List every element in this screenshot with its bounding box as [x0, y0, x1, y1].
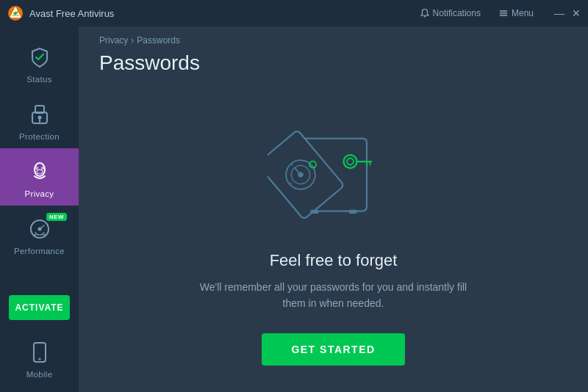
- svg-point-12: [37, 170, 43, 174]
- avast-logo-icon: [7, 5, 24, 21]
- svg-point-10: [35, 167, 38, 170]
- sidebar-item-performance-label: Performance: [14, 247, 65, 255]
- menu-button[interactable]: Menu: [495, 7, 537, 20]
- sidebar-item-privacy-label: Privacy: [25, 189, 54, 198]
- sidebar-item-performance[interactable]: NEW Performance: [0, 206, 79, 263]
- svg-rect-35: [310, 209, 318, 213]
- activate-button[interactable]: ACTIVATE: [9, 295, 70, 320]
- title-bar-left: Avast Free Antivirus: [7, 5, 114, 21]
- menu-icon: [498, 8, 509, 18]
- notifications-button[interactable]: Notifications: [417, 7, 484, 20]
- safe-illustration: [268, 116, 400, 233]
- privacy-icon: [26, 159, 53, 185]
- sidebar-item-status[interactable]: Status: [0, 34, 79, 91]
- hero-description: We'll remember all your passwords for yo…: [194, 279, 473, 312]
- app-title: Avast Free Antivirus: [29, 8, 114, 19]
- window-controls: — ✕: [554, 8, 581, 18]
- svg-point-31: [347, 158, 354, 164]
- status-icon: [26, 44, 53, 70]
- sidebar-item-protection-label: Protection: [19, 132, 60, 141]
- close-button[interactable]: ✕: [572, 8, 581, 18]
- svg-rect-21: [268, 130, 344, 219]
- title-bar-right: Notifications Menu — ✕: [417, 7, 581, 20]
- menu-label: Menu: [512, 8, 534, 18]
- breadcrumb: Privacy › Passwords: [79, 26, 588, 48]
- app-body: Status Protection: [0, 26, 588, 392]
- title-bar: Avast Free Antivirus Notifications Menu …: [0, 0, 588, 26]
- sidebar: Status Protection: [0, 26, 79, 392]
- sidebar-item-status-label: Status: [26, 75, 51, 84]
- sidebar-item-mobile[interactable]: Mobile: [0, 332, 79, 389]
- mobile-icon: [26, 339, 53, 366]
- breadcrumb-separator: ›: [131, 35, 134, 46]
- svg-rect-36: [348, 209, 356, 213]
- svg-point-11: [41, 167, 44, 170]
- sidebar-item-mobile-label: Mobile: [26, 370, 53, 379]
- sidebar-item-protection[interactable]: Protection: [0, 91, 79, 148]
- page-title: Passwords: [79, 48, 588, 90]
- svg-point-19: [38, 358, 40, 360]
- content-area: Feel free to forget We'll remember all y…: [79, 90, 588, 392]
- svg-line-15: [40, 225, 44, 229]
- bell-icon: [420, 8, 430, 18]
- breadcrumb-current: Passwords: [137, 35, 180, 46]
- minimize-button[interactable]: —: [554, 8, 564, 18]
- sidebar-item-privacy[interactable]: Privacy: [0, 148, 79, 206]
- main-content: Privacy › Passwords Passwords: [79, 26, 588, 392]
- svg-point-30: [343, 155, 356, 168]
- hero-title: Feel free to forget: [270, 251, 398, 270]
- notifications-label: Notifications: [433, 8, 481, 18]
- breadcrumb-parent[interactable]: Privacy: [99, 35, 128, 46]
- get-started-button[interactable]: GET STARTED: [262, 333, 404, 366]
- protection-icon: [26, 101, 53, 128]
- new-badge: NEW: [46, 213, 67, 221]
